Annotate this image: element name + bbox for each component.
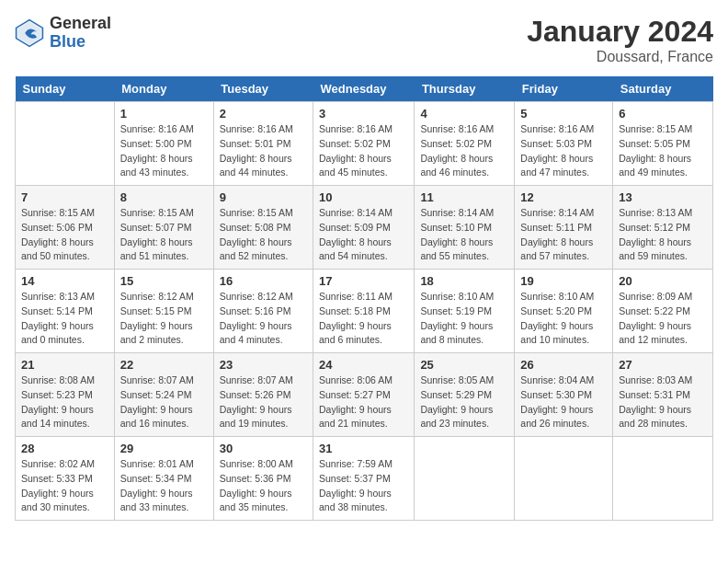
day-number: 2 — [220, 107, 307, 121]
calendar-cell: 5Sunrise: 8:16 AMSunset: 5:03 PMDaylight… — [515, 102, 613, 186]
month-title: January 2024 — [527, 15, 713, 49]
calendar-week-row: 14Sunrise: 8:13 AMSunset: 5:14 PMDayligh… — [16, 270, 713, 353]
calendar-cell: 1Sunrise: 8:16 AMSunset: 5:00 PMDaylight… — [114, 102, 213, 186]
day-number: 23 — [220, 358, 307, 372]
calendar-week-row: 21Sunrise: 8:08 AMSunset: 5:23 PMDayligh… — [16, 353, 713, 437]
calendar-cell: 4Sunrise: 8:16 AMSunset: 5:02 PMDaylight… — [415, 102, 515, 186]
day-detail: Sunrise: 8:14 AMSunset: 5:10 PMDaylight:… — [420, 206, 508, 264]
day-number: 24 — [319, 358, 408, 372]
calendar-table: SundayMondayTuesdayWednesdayThursdayFrid… — [15, 76, 713, 521]
calendar-week-row: 1Sunrise: 8:16 AMSunset: 5:00 PMDaylight… — [16, 102, 713, 186]
column-header-wednesday: Wednesday — [313, 76, 415, 102]
location: Doussard, France — [527, 49, 713, 65]
day-number: 29 — [120, 442, 208, 455]
column-header-monday: Monday — [114, 76, 213, 102]
day-number: 28 — [21, 442, 108, 455]
day-number: 1 — [120, 107, 208, 121]
logo-blue: Blue — [50, 33, 111, 52]
page-header: General Blue January 2024 Doussard, Fran… — [15, 15, 713, 65]
day-number: 25 — [420, 358, 508, 372]
day-number: 20 — [619, 274, 707, 288]
calendar-cell: 20Sunrise: 8:09 AMSunset: 5:22 PMDayligh… — [613, 270, 713, 353]
day-detail: Sunrise: 7:59 AMSunset: 5:37 PMDaylight:… — [319, 457, 408, 515]
calendar-week-row: 7Sunrise: 8:15 AMSunset: 5:06 PMDaylight… — [16, 186, 713, 270]
day-detail: Sunrise: 8:15 AMSunset: 5:08 PMDaylight:… — [220, 206, 307, 264]
logo: General Blue — [15, 15, 111, 52]
day-number: 7 — [21, 190, 108, 204]
column-header-thursday: Thursday — [415, 76, 515, 102]
column-header-sunday: Sunday — [16, 76, 115, 102]
day-number: 10 — [319, 190, 408, 204]
day-number: 19 — [520, 274, 607, 288]
day-detail: Sunrise: 8:15 AMSunset: 5:05 PMDaylight:… — [619, 122, 707, 180]
day-detail: Sunrise: 8:14 AMSunset: 5:11 PMDaylight:… — [520, 206, 607, 264]
calendar-cell: 13Sunrise: 8:13 AMSunset: 5:12 PMDayligh… — [613, 186, 713, 270]
calendar-cell: 24Sunrise: 8:06 AMSunset: 5:27 PMDayligh… — [313, 353, 415, 437]
column-header-saturday: Saturday — [613, 76, 713, 102]
day-detail: Sunrise: 8:16 AMSunset: 5:02 PMDaylight:… — [420, 122, 508, 180]
calendar-cell: 15Sunrise: 8:12 AMSunset: 5:15 PMDayligh… — [114, 270, 213, 353]
day-detail: Sunrise: 8:13 AMSunset: 5:12 PMDaylight:… — [619, 206, 707, 264]
day-detail: Sunrise: 8:07 AMSunset: 5:26 PMDaylight:… — [220, 373, 307, 431]
column-header-tuesday: Tuesday — [213, 76, 313, 102]
logo-text: General Blue — [50, 15, 111, 52]
day-number: 13 — [619, 190, 707, 204]
day-detail: Sunrise: 8:10 AMSunset: 5:20 PMDaylight:… — [520, 290, 607, 348]
day-detail: Sunrise: 8:01 AMSunset: 5:34 PMDaylight:… — [120, 457, 208, 515]
day-number: 12 — [520, 190, 607, 204]
day-detail: Sunrise: 8:10 AMSunset: 5:19 PMDaylight:… — [420, 290, 508, 348]
calendar-cell: 9Sunrise: 8:15 AMSunset: 5:08 PMDaylight… — [213, 186, 313, 270]
day-number: 22 — [120, 358, 208, 372]
day-detail: Sunrise: 8:12 AMSunset: 5:16 PMDaylight:… — [220, 290, 307, 348]
calendar-cell: 22Sunrise: 8:07 AMSunset: 5:24 PMDayligh… — [114, 353, 213, 437]
calendar-cell: 30Sunrise: 8:00 AMSunset: 5:36 PMDayligh… — [213, 437, 313, 521]
calendar-cell: 12Sunrise: 8:14 AMSunset: 5:11 PMDayligh… — [515, 186, 613, 270]
calendar-cell: 21Sunrise: 8:08 AMSunset: 5:23 PMDayligh… — [16, 353, 115, 437]
day-number: 16 — [220, 274, 307, 288]
calendar-cell: 16Sunrise: 8:12 AMSunset: 5:16 PMDayligh… — [213, 270, 313, 353]
calendar-cell: 11Sunrise: 8:14 AMSunset: 5:10 PMDayligh… — [415, 186, 515, 270]
calendar-cell: 25Sunrise: 8:05 AMSunset: 5:29 PMDayligh… — [415, 353, 515, 437]
day-number: 5 — [520, 107, 607, 121]
day-detail: Sunrise: 8:16 AMSunset: 5:01 PMDaylight:… — [220, 122, 307, 180]
day-number: 21 — [21, 358, 108, 372]
day-detail: Sunrise: 8:14 AMSunset: 5:09 PMDaylight:… — [319, 206, 408, 264]
day-detail: Sunrise: 8:13 AMSunset: 5:14 PMDaylight:… — [21, 290, 108, 348]
day-detail: Sunrise: 8:03 AMSunset: 5:31 PMDaylight:… — [619, 373, 707, 431]
calendar-cell: 29Sunrise: 8:01 AMSunset: 5:34 PMDayligh… — [114, 437, 213, 521]
day-detail: Sunrise: 8:16 AMSunset: 5:00 PMDaylight:… — [120, 122, 208, 180]
day-number: 14 — [21, 274, 108, 288]
day-detail: Sunrise: 8:08 AMSunset: 5:23 PMDaylight:… — [21, 373, 108, 431]
day-number: 4 — [420, 107, 508, 121]
day-detail: Sunrise: 8:16 AMSunset: 5:03 PMDaylight:… — [520, 122, 607, 180]
day-number: 9 — [220, 190, 307, 204]
calendar-cell: 27Sunrise: 8:03 AMSunset: 5:31 PMDayligh… — [613, 353, 713, 437]
calendar-week-row: 28Sunrise: 8:02 AMSunset: 5:33 PMDayligh… — [16, 437, 713, 521]
day-detail: Sunrise: 8:12 AMSunset: 5:15 PMDaylight:… — [120, 290, 208, 348]
day-detail: Sunrise: 8:09 AMSunset: 5:22 PMDaylight:… — [619, 290, 707, 348]
column-header-friday: Friday — [515, 76, 613, 102]
day-detail: Sunrise: 8:16 AMSunset: 5:02 PMDaylight:… — [319, 122, 408, 180]
calendar-cell — [16, 102, 115, 186]
calendar-cell: 14Sunrise: 8:13 AMSunset: 5:14 PMDayligh… — [16, 270, 115, 353]
calendar-header-row: SundayMondayTuesdayWednesdayThursdayFrid… — [16, 76, 713, 102]
logo-icon — [15, 18, 44, 48]
title-block: January 2024 Doussard, France — [527, 15, 713, 65]
calendar-cell: 28Sunrise: 8:02 AMSunset: 5:33 PMDayligh… — [16, 437, 115, 521]
day-number: 8 — [120, 190, 208, 204]
calendar-cell: 8Sunrise: 8:15 AMSunset: 5:07 PMDaylight… — [114, 186, 213, 270]
day-number: 3 — [319, 107, 408, 121]
calendar-cell: 7Sunrise: 8:15 AMSunset: 5:06 PMDaylight… — [16, 186, 115, 270]
calendar-cell: 6Sunrise: 8:15 AMSunset: 5:05 PMDaylight… — [613, 102, 713, 186]
calendar-cell: 3Sunrise: 8:16 AMSunset: 5:02 PMDaylight… — [313, 102, 415, 186]
calendar-cell — [613, 437, 713, 521]
calendar-cell: 18Sunrise: 8:10 AMSunset: 5:19 PMDayligh… — [415, 270, 515, 353]
day-number: 26 — [520, 358, 607, 372]
calendar-cell — [515, 437, 613, 521]
day-number: 6 — [619, 107, 707, 121]
day-number: 11 — [420, 190, 508, 204]
calendar-cell — [415, 437, 515, 521]
day-number: 17 — [319, 274, 408, 288]
calendar-cell: 10Sunrise: 8:14 AMSunset: 5:09 PMDayligh… — [313, 186, 415, 270]
day-number: 18 — [420, 274, 508, 288]
